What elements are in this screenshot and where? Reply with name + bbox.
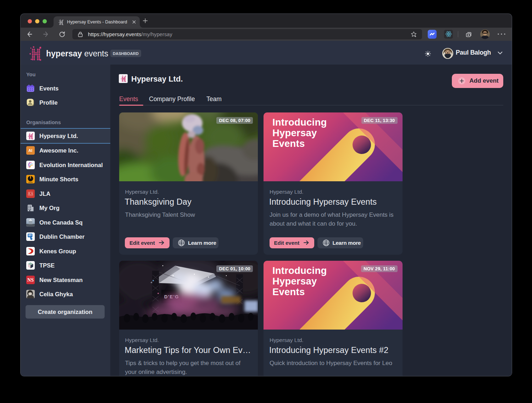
svg-text:NS: NS — [27, 277, 34, 283]
svg-text:minute: minute — [28, 182, 33, 183]
svg-text:JLA: JLA — [28, 192, 33, 195]
